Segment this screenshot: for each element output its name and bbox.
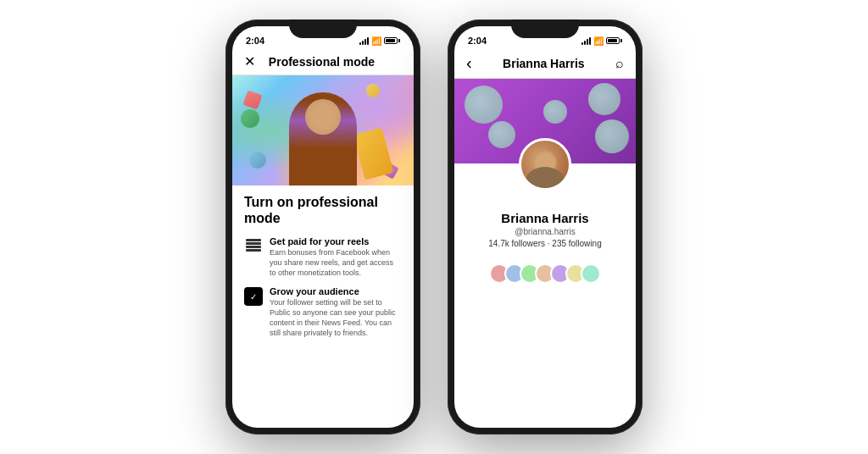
profile-name: Brianna Harris: [466, 211, 624, 225]
deco-shape-4: [249, 152, 266, 169]
feature-text-grow-audience: Grow your audience Your follower setting…: [270, 286, 402, 338]
feature-title-paid-reels: Get paid for your reels: [270, 236, 402, 246]
nav-title-1: Professional mode: [269, 55, 375, 69]
screen-content-2: Brianna Harris @brianna.harris 14.7k fol…: [454, 79, 636, 428]
profile-handle: @brianna.harris: [466, 227, 624, 236]
time-1: 2:04: [246, 36, 264, 46]
followers-row: [454, 258, 636, 284]
feature-item-paid-reels: Get paid for your reels Earn bonuses fro…: [244, 236, 402, 278]
profile-stats: 14.7k followers · 235 following: [466, 239, 624, 248]
pineapple-4: [595, 119, 629, 153]
phone-1: 2:04 📶 ✕ Pr: [225, 19, 420, 435]
phone-2: 2:04 📶 ‹ Br: [448, 19, 643, 435]
phone-1-inner: 2:04 📶 ✕ Pr: [232, 26, 414, 428]
svg-rect-3: [246, 239, 261, 241]
pro-content: Turn on professional mode: [232, 185, 414, 428]
feature-title-grow-audience: Grow your audience: [270, 286, 402, 296]
hero-image-1: [232, 75, 414, 185]
deco-shape-3: [366, 84, 380, 97]
stack-icon: [244, 237, 263, 256]
follower-avatar-7: [581, 263, 601, 284]
signal-icon-1: [359, 36, 369, 45]
svg-rect-0: [246, 242, 261, 245]
pro-main-title: Turn on professional mode: [244, 194, 402, 226]
notch-1: [289, 19, 357, 38]
feature-desc-paid-reels: Earn bonuses from Facebook when you shar…: [270, 248, 402, 278]
hero-person: [289, 92, 357, 185]
feature-item-grow-audience: ✓ Grow your audience Your follower setti…: [244, 286, 402, 338]
signal-icon-2: [581, 36, 591, 45]
wifi-icon-2: 📶: [593, 36, 604, 46]
time-2: 2:04: [468, 36, 487, 46]
profile-info: Brianna Harris @brianna.harris 14.7k fol…: [454, 208, 636, 255]
search-button[interactable]: ⌕: [615, 56, 624, 71]
nav-bar-1: ✕ Professional mode: [232, 50, 414, 75]
feature-text-paid-reels: Get paid for your reels Earn bonuses fro…: [270, 236, 402, 278]
pineapple-5: [543, 100, 567, 124]
feature-desc-grow-audience: Your follower setting will be set to Pub…: [270, 298, 402, 338]
wifi-icon-1: 📶: [371, 36, 381, 46]
profile-avatar: [519, 138, 571, 191]
pineapple-1: [465, 86, 503, 124]
back-button[interactable]: ‹: [466, 53, 472, 73]
deco-shape-2: [241, 109, 259, 128]
pineapple-2: [588, 83, 620, 115]
pineapple-3: [488, 121, 515, 148]
notch-2: [511, 19, 579, 38]
phone-2-inner: 2:04 📶 ‹ Br: [454, 26, 636, 428]
battery-icon-2: [606, 37, 622, 44]
check-icon: ✓: [244, 287, 263, 306]
close-button-1[interactable]: ✕: [244, 53, 255, 69]
avatar-container: [454, 163, 636, 208]
svg-rect-2: [246, 249, 261, 252]
battery-icon-1: [384, 37, 400, 44]
nav-bar-2: ‹ Brianna Harris ⌕: [454, 50, 636, 79]
status-icons-2: 📶: [581, 36, 622, 46]
screen-content-1: Turn on professional mode: [232, 75, 414, 428]
status-icons-1: 📶: [359, 36, 400, 46]
phones-container: 2:04 📶 ✕ Pr: [209, 3, 659, 451]
svg-rect-1: [246, 246, 261, 248]
nav-title-2: Brianna Harris: [503, 57, 584, 70]
